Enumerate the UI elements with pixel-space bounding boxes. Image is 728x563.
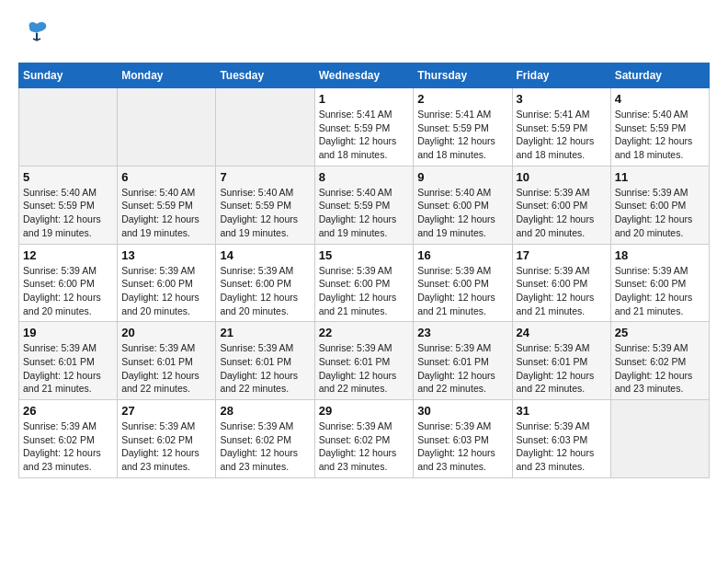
day-number: 3 [517, 92, 607, 106]
week-row-3: 12Sunrise: 5:39 AM Sunset: 6:00 PM Dayli… [19, 244, 710, 322]
day-info: Sunrise: 5:39 AM Sunset: 6:01 PM Dayligh… [417, 341, 507, 396]
day-number: 16 [417, 248, 507, 262]
day-info: Sunrise: 5:39 AM Sunset: 6:01 PM Dayligh… [23, 341, 113, 396]
day-number: 1 [319, 92, 410, 106]
day-number: 8 [319, 170, 410, 184]
week-row-4: 19Sunrise: 5:39 AM Sunset: 6:01 PM Dayli… [19, 322, 710, 400]
day-info: Sunrise: 5:39 AM Sunset: 6:02 PM Dayligh… [23, 419, 113, 474]
day-number: 31 [517, 404, 607, 418]
calendar-table: SundayMondayTuesdayWednesdayThursdayFrid… [18, 63, 710, 478]
day-cell-4: 4Sunrise: 5:40 AM Sunset: 5:59 PM Daylig… [610, 88, 709, 167]
day-cell-29: 29Sunrise: 5:39 AM Sunset: 6:02 PM Dayli… [314, 400, 414, 478]
header-day-tuesday: Tuesday [216, 63, 314, 88]
day-info: Sunrise: 5:39 AM Sunset: 6:00 PM Dayligh… [517, 186, 607, 240]
day-cell-12: 12Sunrise: 5:39 AM Sunset: 6:00 PM Dayli… [19, 244, 118, 322]
day-number: 21 [220, 326, 310, 339]
day-cell-1: 1Sunrise: 5:41 AM Sunset: 5:59 PM Daylig… [314, 88, 414, 167]
day-info: Sunrise: 5:39 AM Sunset: 6:01 PM Dayligh… [220, 341, 310, 396]
day-cell-31: 31Sunrise: 5:39 AM Sunset: 6:03 PM Dayli… [512, 400, 610, 478]
day-cell-28: 28Sunrise: 5:39 AM Sunset: 6:02 PM Dayli… [216, 400, 314, 478]
day-info: Sunrise: 5:39 AM Sunset: 6:02 PM Dayligh… [319, 419, 410, 474]
day-info: Sunrise: 5:39 AM Sunset: 6:01 PM Dayligh… [517, 341, 607, 396]
day-cell-16: 16Sunrise: 5:39 AM Sunset: 6:00 PM Dayli… [414, 244, 512, 322]
day-number: 10 [517, 170, 607, 184]
day-info: Sunrise: 5:39 AM Sunset: 6:00 PM Dayligh… [615, 186, 705, 240]
day-cell-24: 24Sunrise: 5:39 AM Sunset: 6:01 PM Dayli… [512, 322, 610, 400]
day-info: Sunrise: 5:40 AM Sunset: 6:00 PM Dayligh… [417, 186, 507, 240]
empty-cell [216, 88, 314, 167]
day-info: Sunrise: 5:39 AM Sunset: 6:00 PM Dayligh… [220, 264, 310, 318]
day-info: Sunrise: 5:40 AM Sunset: 5:59 PM Dayligh… [121, 186, 211, 240]
day-info: Sunrise: 5:41 AM Sunset: 5:59 PM Dayligh… [319, 108, 410, 162]
logo [18, 18, 50, 48]
day-cell-20: 20Sunrise: 5:39 AM Sunset: 6:01 PM Dayli… [118, 322, 216, 400]
day-info: Sunrise: 5:39 AM Sunset: 6:00 PM Dayligh… [517, 264, 607, 318]
day-cell-9: 9Sunrise: 5:40 AM Sunset: 6:00 PM Daylig… [414, 166, 512, 244]
day-number: 17 [517, 248, 607, 262]
day-number: 23 [417, 326, 507, 339]
day-number: 2 [417, 92, 507, 106]
header-day-wednesday: Wednesday [314, 63, 414, 88]
day-cell-21: 21Sunrise: 5:39 AM Sunset: 6:01 PM Dayli… [216, 322, 314, 400]
empty-cell [19, 88, 118, 167]
day-info: Sunrise: 5:40 AM Sunset: 5:59 PM Dayligh… [615, 108, 705, 162]
day-number: 11 [615, 170, 705, 184]
day-info: Sunrise: 5:41 AM Sunset: 5:59 PM Dayligh… [517, 108, 607, 162]
day-number: 24 [517, 326, 607, 339]
empty-cell [610, 400, 709, 478]
day-number: 25 [615, 326, 705, 339]
day-number: 18 [615, 248, 705, 262]
day-info: Sunrise: 5:39 AM Sunset: 6:03 PM Dayligh… [517, 419, 607, 474]
day-info: Sunrise: 5:39 AM Sunset: 6:00 PM Dayligh… [615, 264, 705, 318]
header-day-sunday: Sunday [19, 63, 118, 88]
day-number: 29 [319, 404, 410, 418]
day-number: 26 [23, 404, 113, 418]
day-cell-15: 15Sunrise: 5:39 AM Sunset: 6:00 PM Dayli… [314, 244, 414, 322]
day-cell-25: 25Sunrise: 5:39 AM Sunset: 6:02 PM Dayli… [610, 322, 709, 400]
day-cell-2: 2Sunrise: 5:41 AM Sunset: 5:59 PM Daylig… [414, 88, 512, 167]
day-number: 28 [220, 404, 310, 418]
empty-cell [118, 88, 216, 167]
day-info: Sunrise: 5:39 AM Sunset: 6:00 PM Dayligh… [417, 264, 507, 318]
day-number: 4 [615, 92, 705, 106]
day-number: 12 [23, 248, 113, 262]
day-cell-3: 3Sunrise: 5:41 AM Sunset: 5:59 PM Daylig… [512, 88, 610, 167]
day-info: Sunrise: 5:40 AM Sunset: 5:59 PM Dayligh… [220, 186, 310, 240]
header-day-saturday: Saturday [610, 63, 709, 88]
day-cell-23: 23Sunrise: 5:39 AM Sunset: 6:01 PM Dayli… [414, 322, 512, 400]
day-number: 7 [220, 170, 310, 184]
day-cell-6: 6Sunrise: 5:40 AM Sunset: 5:59 PM Daylig… [118, 166, 216, 244]
day-cell-7: 7Sunrise: 5:40 AM Sunset: 5:59 PM Daylig… [216, 166, 314, 244]
week-row-5: 26Sunrise: 5:39 AM Sunset: 6:02 PM Dayli… [19, 400, 710, 478]
calendar-header: SundayMondayTuesdayWednesdayThursdayFrid… [19, 63, 710, 88]
day-info: Sunrise: 5:39 AM Sunset: 6:02 PM Dayligh… [220, 419, 310, 474]
day-cell-27: 27Sunrise: 5:39 AM Sunset: 6:02 PM Dayli… [118, 400, 216, 478]
day-cell-13: 13Sunrise: 5:39 AM Sunset: 6:00 PM Dayli… [118, 244, 216, 322]
week-row-1: 1Sunrise: 5:41 AM Sunset: 5:59 PM Daylig… [19, 88, 710, 167]
day-number: 14 [220, 248, 310, 262]
day-number: 27 [121, 404, 211, 418]
day-info: Sunrise: 5:39 AM Sunset: 6:01 PM Dayligh… [319, 341, 410, 396]
day-cell-18: 18Sunrise: 5:39 AM Sunset: 6:00 PM Dayli… [610, 244, 709, 322]
day-cell-11: 11Sunrise: 5:39 AM Sunset: 6:00 PM Dayli… [610, 166, 709, 244]
day-info: Sunrise: 5:39 AM Sunset: 6:00 PM Dayligh… [121, 264, 211, 318]
day-info: Sunrise: 5:39 AM Sunset: 6:00 PM Dayligh… [319, 264, 410, 318]
day-number: 30 [417, 404, 507, 418]
day-info: Sunrise: 5:39 AM Sunset: 6:02 PM Dayligh… [615, 341, 705, 396]
day-number: 19 [23, 326, 113, 339]
header-row: SundayMondayTuesdayWednesdayThursdayFrid… [19, 63, 710, 88]
day-cell-10: 10Sunrise: 5:39 AM Sunset: 6:00 PM Dayli… [512, 166, 610, 244]
calendar-body: 1Sunrise: 5:41 AM Sunset: 5:59 PM Daylig… [19, 88, 710, 478]
day-info: Sunrise: 5:39 AM Sunset: 6:01 PM Dayligh… [121, 341, 211, 396]
day-number: 20 [121, 326, 211, 339]
day-info: Sunrise: 5:40 AM Sunset: 5:59 PM Dayligh… [23, 186, 113, 240]
day-number: 5 [23, 170, 113, 184]
day-info: Sunrise: 5:39 AM Sunset: 6:03 PM Dayligh… [417, 419, 507, 474]
day-cell-14: 14Sunrise: 5:39 AM Sunset: 6:00 PM Dayli… [216, 244, 314, 322]
day-cell-22: 22Sunrise: 5:39 AM Sunset: 6:01 PM Dayli… [314, 322, 414, 400]
day-info: Sunrise: 5:39 AM Sunset: 6:02 PM Dayligh… [121, 419, 211, 474]
day-cell-26: 26Sunrise: 5:39 AM Sunset: 6:02 PM Dayli… [19, 400, 118, 478]
day-number: 13 [121, 248, 211, 262]
day-number: 22 [319, 326, 410, 339]
day-info: Sunrise: 5:39 AM Sunset: 6:00 PM Dayligh… [23, 264, 113, 318]
